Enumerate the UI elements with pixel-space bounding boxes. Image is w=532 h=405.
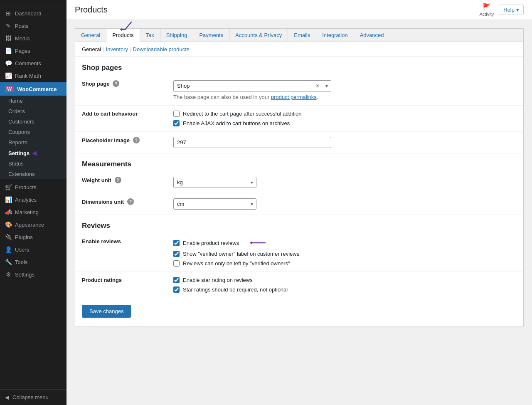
- svg-marker-0: [120, 28, 122, 31]
- tab-general[interactable]: General: [75, 29, 106, 42]
- sidebar-item-label: Appearance: [15, 222, 44, 228]
- sidebar-item-label: Plugins: [15, 234, 33, 240]
- help-button[interactable]: Help ▾: [499, 5, 524, 15]
- sidebar-item-coupons[interactable]: Coupons: [0, 127, 66, 137]
- collapse-menu-button[interactable]: ◀ Collapse menu: [0, 391, 66, 403]
- tab-emails[interactable]: Emails: [288, 29, 316, 42]
- settings-panel: General | Inventory | Downloadable produ…: [75, 42, 524, 326]
- weight-unit-row: Weight unit ? kg g lbs oz: [75, 172, 523, 193]
- product-ratings-row: Product ratings Enable star rating on re…: [75, 272, 523, 298]
- sidebar-item-settings-main[interactable]: ⚙ Settings: [0, 268, 66, 281]
- sidebar: ⊞ Dashboard ✎ Posts 🖼 Media 📄 Pages 💬 Co…: [0, 0, 66, 405]
- tab-accounts-privacy[interactable]: Accounts & Privacy: [229, 29, 288, 42]
- sidebar-item-plugins[interactable]: 🔌 Plugins: [0, 231, 66, 243]
- settings-main-icon: ⚙: [5, 271, 12, 278]
- sidebar-item-extensions[interactable]: Extensions: [0, 169, 66, 179]
- redirect-checkbox[interactable]: [173, 111, 180, 117]
- dimensions-unit-select[interactable]: cm m mm in yd: [173, 198, 256, 210]
- ajax-label: Enable AJAX add to cart buttons on archi…: [183, 120, 290, 126]
- sidebar-item-products[interactable]: 🛒 Products: [0, 181, 66, 193]
- enable-star-rating-checkbox[interactable]: [173, 277, 180, 283]
- sidebar-item-tools[interactable]: 🔧 Tools: [0, 256, 66, 268]
- posts-icon: ✎: [5, 22, 12, 29]
- shop-pages-heading: Shop pages: [75, 57, 523, 75]
- verified-owner-label-row: Show "verified owner" label on customer …: [173, 251, 517, 257]
- verified-owner-label-checkbox[interactable]: [173, 251, 180, 257]
- tab-integration[interactable]: Integration: [316, 29, 354, 42]
- sidebar-item-pages[interactable]: 📄 Pages: [0, 44, 66, 57]
- product-ratings-label: Product ratings: [82, 277, 122, 283]
- weight-unit-help-icon[interactable]: ?: [115, 177, 121, 183]
- content-area: General Products Tax Shipping Payments A…: [66, 20, 532, 405]
- comments-icon: 💬: [5, 60, 12, 67]
- tab-products[interactable]: Products: [106, 29, 140, 42]
- shop-page-help-icon[interactable]: ?: [113, 80, 119, 87]
- shop-page-select[interactable]: Shop: [173, 80, 331, 91]
- sidebar-item-orders[interactable]: Orders: [0, 106, 66, 116]
- sidebar-item-marketing[interactable]: 📣 Marketing: [0, 206, 66, 218]
- subnav-general[interactable]: General: [82, 46, 101, 52]
- sidebar-item-rank-math[interactable]: 📈 Rank Math: [0, 69, 66, 82]
- woocommerce-section: W WooCommerce Home Orders Customers Coup…: [0, 82, 66, 179]
- reviews-heading: Reviews: [75, 215, 523, 233]
- add-to-cart-row: Add to cart behaviour Redirect to the ca…: [75, 106, 523, 132]
- users-icon: 👤: [5, 246, 12, 253]
- woocommerce-header[interactable]: W WooCommerce: [0, 82, 66, 96]
- product-permalinks-link[interactable]: product permalinks: [271, 94, 317, 100]
- ajax-checkbox[interactable]: [173, 120, 180, 126]
- sidebar-item-label: Marketing: [15, 209, 39, 215]
- enable-product-reviews-checkbox[interactable]: [173, 240, 180, 246]
- sidebar-item-appearance[interactable]: 🎨 Appearance: [0, 218, 66, 231]
- shop-page-label: Shop page: [82, 81, 109, 87]
- sidebar-item-label: Tools: [15, 259, 27, 265]
- sidebar-item-users[interactable]: 👤 Users: [0, 243, 66, 256]
- subnav-downloadable[interactable]: Downloadable products: [133, 46, 190, 52]
- placeholder-image-input[interactable]: [173, 137, 331, 148]
- tab-tax[interactable]: Tax: [140, 29, 160, 42]
- verified-owners-only-checkbox[interactable]: [173, 260, 180, 267]
- add-to-cart-label: Add to cart behaviour: [82, 111, 138, 117]
- sidebar-item-posts[interactable]: ✎ Posts: [0, 20, 66, 32]
- enable-star-rating-label: Enable star rating on reviews: [183, 277, 253, 283]
- add-to-cart-redirect-row: Redirect to the cart page after successf…: [173, 111, 517, 117]
- dimensions-unit-row: Dimensions unit ? cm m mm in: [75, 193, 523, 215]
- help-chevron-icon: ▾: [516, 7, 519, 13]
- activity-button[interactable]: 🚩 Activity: [479, 3, 494, 17]
- sidebar-item-dashboard[interactable]: ⊞ Dashboard: [0, 7, 66, 20]
- sidebar-item-analytics[interactable]: 📊 Analytics: [0, 193, 66, 206]
- sidebar-item-reports[interactable]: Reports: [0, 137, 66, 148]
- sidebar-item-status[interactable]: Status: [0, 158, 66, 169]
- enable-star-rating-row: Enable star rating on reviews: [173, 277, 517, 283]
- placeholder-image-row: Placeholder image ?: [75, 132, 523, 153]
- dimensions-unit-wrap: cm m mm in yd ▾: [173, 198, 256, 210]
- plugins-icon: 🔌: [5, 234, 12, 240]
- shop-page-select-wrap: Shop ✕ ▾: [173, 80, 331, 91]
- save-changes-button[interactable]: Save changes: [82, 305, 131, 318]
- sidebar-item-comments[interactable]: 💬 Comments: [0, 57, 66, 69]
- add-to-cart-ajax-row: Enable AJAX add to cart buttons on archi…: [173, 120, 517, 126]
- appearance-icon: 🎨: [5, 221, 12, 228]
- weight-unit-select[interactable]: kg g lbs oz: [173, 177, 256, 188]
- tab-advanced[interactable]: Advanced: [354, 29, 390, 42]
- tab-payments[interactable]: Payments: [193, 29, 229, 42]
- top-nav: ⊞ Dashboard ✎ Posts 🖼 Media 📄 Pages 💬 Co…: [0, 7, 66, 82]
- main-content: Products 🚩 Activity Help ▾ General Produ…: [66, 0, 532, 405]
- sidebar-item-home[interactable]: Home: [0, 96, 66, 106]
- tabs-nav: General Products Tax Shipping Payments A…: [75, 28, 524, 42]
- dimensions-unit-label: Dimensions unit: [82, 199, 124, 205]
- sidebar-item-settings[interactable]: Settings ◀: [0, 148, 66, 158]
- placeholder-image-help-icon[interactable]: ?: [133, 137, 140, 143]
- sidebar-item-media[interactable]: 🖼 Media: [0, 32, 66, 44]
- star-rating-required-checkbox[interactable]: [173, 286, 180, 293]
- sidebar-item-customers[interactable]: Customers: [0, 116, 66, 127]
- activity-icon: 🚩: [483, 3, 491, 11]
- subnav-inventory[interactable]: Inventory: [106, 46, 128, 52]
- dimensions-unit-help-icon[interactable]: ?: [127, 198, 134, 205]
- verified-owners-only-row: Reviews can only be left by "verified ow…: [173, 260, 517, 267]
- enable-reviews-label: Enable reviews: [82, 238, 121, 244]
- tab-shipping[interactable]: Shipping: [160, 29, 194, 42]
- sidebar-item-label: Media: [15, 35, 30, 42]
- measurements-heading: Measurements: [75, 153, 523, 172]
- sidebar-bottom: ◀ Collapse menu: [0, 389, 66, 405]
- media-icon: 🖼: [5, 35, 12, 42]
